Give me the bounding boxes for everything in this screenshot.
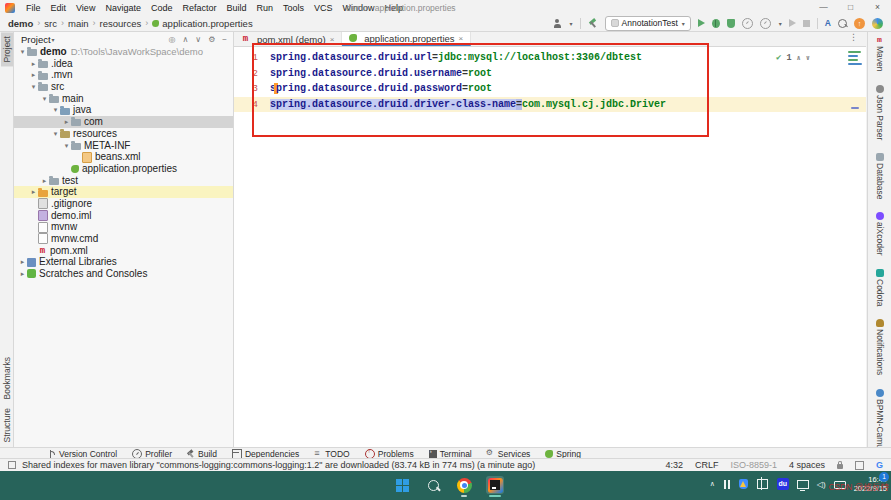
collapse-all-icon[interactable]: ∨: [195, 35, 201, 44]
tree-item-beans.xml[interactable]: beans.xml: [14, 151, 233, 163]
tree-chevron-icon[interactable]: ▸: [29, 69, 38, 81]
menu-view[interactable]: View: [71, 3, 100, 13]
intellij-taskbar-icon[interactable]: [486, 476, 504, 494]
next-problem-icon[interactable]: ∨: [806, 54, 810, 62]
tool-window-dependencies[interactable]: Dependencies: [232, 449, 299, 459]
gear-icon[interactable]: ⚙: [208, 35, 215, 44]
expand-all-icon[interactable]: ∧: [182, 35, 188, 44]
prev-problem-icon[interactable]: ∧: [797, 54, 801, 62]
tree-chevron-icon[interactable]: ▸: [18, 268, 27, 280]
menu-run[interactable]: Run: [251, 3, 278, 13]
tree-chevron-icon[interactable]: ▸: [29, 58, 38, 70]
indent-setting[interactable]: 4 spaces: [789, 460, 825, 470]
tree-item-meta-inf[interactable]: ▾META-INF: [14, 140, 233, 152]
tree-item-.idea[interactable]: ▸.idea: [14, 58, 233, 70]
build-hammer-icon[interactable]: [588, 18, 598, 28]
menu-build[interactable]: Build: [221, 3, 251, 13]
maximize-button[interactable]: □: [837, 0, 864, 15]
tree-item-mvnw[interactable]: mvnw: [14, 221, 233, 233]
status-event-icon[interactable]: [8, 461, 16, 469]
layout-icon[interactable]: [855, 461, 864, 470]
run-with-button[interactable]: [760, 18, 771, 29]
tree-chevron-icon[interactable]: ▾: [62, 140, 71, 152]
tree-item-.gitignore[interactable]: .gitignore: [14, 198, 233, 210]
tree-chevron-icon[interactable]: ▸: [29, 186, 38, 198]
code-line-1[interactable]: 1spring.datasource.druid.url=jdbc:mysql:…: [234, 50, 866, 66]
tab-options-icon[interactable]: ⋮: [841, 32, 866, 46]
tree-item-external-libraries[interactable]: ▸External Libraries: [14, 256, 233, 268]
file-encoding[interactable]: ISO-8859-1: [730, 460, 777, 470]
plugin-ball-icon[interactable]: [872, 18, 883, 29]
hide-panel-icon[interactable]: −: [222, 35, 227, 44]
tab-close-icon[interactable]: ×: [459, 34, 464, 43]
status-message[interactable]: Shared indexes for maven library "common…: [22, 460, 535, 470]
tree-item-demo[interactable]: ▾demoD:\Tools\JavaWorkSpace\demo: [14, 46, 233, 58]
tab-close-icon[interactable]: ×: [330, 35, 335, 44]
tree-item-application.properties[interactable]: application.properties: [14, 163, 233, 175]
user-icon[interactable]: [553, 19, 562, 28]
tree-item-target[interactable]: ▸target: [14, 186, 233, 198]
caret-position[interactable]: 4:32: [665, 460, 683, 470]
coverage-button[interactable]: [727, 19, 735, 28]
tray-app-icon[interactable]: [723, 480, 731, 489]
breadcrumb-item-src[interactable]: src: [44, 18, 57, 29]
start-button[interactable]: [393, 476, 411, 494]
breadcrumb-item-demo[interactable]: demo: [8, 18, 33, 29]
menu-file[interactable]: File: [21, 3, 46, 13]
tree-chevron-icon[interactable]: ▾: [29, 81, 38, 93]
tool-tab-project[interactable]: Project: [1, 32, 13, 66]
tool-window-profiler[interactable]: Profiler: [132, 449, 172, 459]
tool-tab-json-parser[interactable]: Json Parser: [875, 85, 885, 140]
editor-tab-application.properties[interactable]: application.properties×: [342, 32, 471, 46]
tree-item-mvnw.cmd[interactable]: mvnw.cmd: [14, 233, 233, 245]
tree-item-demo.iml[interactable]: demo.iml: [14, 210, 233, 222]
menu-code[interactable]: Code: [146, 3, 178, 13]
translate-icon[interactable]: A: [825, 18, 831, 28]
run-configuration-select[interactable]: AnnotationTest ▾: [605, 16, 691, 31]
speaker-icon[interactable]: ◁): [817, 480, 826, 489]
breadcrumb-item-main[interactable]: main: [68, 18, 89, 29]
menu-refactor[interactable]: Refactor: [177, 3, 221, 13]
tool-window-spring[interactable]: Spring: [545, 449, 581, 459]
tool-window-build[interactable]: Build: [187, 449, 217, 459]
tree-item-scratches-and-consoles[interactable]: ▸Scratches and Consoles: [14, 268, 233, 280]
tool-tab-bookmarks[interactable]: Bookmarks: [1, 353, 13, 404]
tool-tab-maven[interactable]: mMaven: [875, 36, 885, 72]
tree-chevron-icon[interactable]: ▸: [40, 175, 49, 187]
tool-tab-notifications[interactable]: Notifications: [875, 319, 885, 375]
tool-window-problems[interactable]: Problems: [365, 449, 414, 459]
menu-vcs[interactable]: VCS: [309, 3, 338, 13]
breadcrumb-item-application.properties[interactable]: application.properties: [162, 18, 252, 29]
tool-tab-database[interactable]: Database: [875, 153, 885, 199]
tree-chevron-icon[interactable]: ▸: [18, 256, 27, 268]
profiler-button[interactable]: [742, 18, 753, 29]
code-line-3[interactable]: 3spring.datasource.druid.password=root: [234, 81, 866, 97]
tree-item-src[interactable]: ▾src: [14, 81, 233, 93]
tool-tab-aixcoder[interactable]: aiXcoder: [875, 212, 885, 256]
tree-chevron-icon[interactable]: ▾: [18, 46, 27, 58]
menu-edit[interactable]: Edit: [46, 3, 72, 13]
search-everywhere-icon[interactable]: [838, 19, 847, 28]
tree-item-pom.xml[interactable]: mpom.xml: [14, 245, 233, 257]
tree-item-test[interactable]: ▸test: [14, 175, 233, 187]
line-separator[interactable]: CRLF: [695, 460, 719, 470]
baidu-icon[interactable]: du: [777, 478, 789, 490]
minimize-button[interactable]: —: [810, 0, 837, 15]
project-panel-title[interactable]: Project: [21, 34, 51, 45]
tree-item-resources[interactable]: ▾resources: [14, 128, 233, 140]
update-notification-icon[interactable]: ↑: [854, 18, 865, 29]
locate-icon[interactable]: ◎: [168, 35, 175, 44]
taskbar-search-button[interactable]: [424, 476, 442, 494]
tool-tab-codota[interactable]: Codota: [875, 269, 885, 306]
tree-item-java[interactable]: ▾java: [14, 104, 233, 116]
tool-window-terminal[interactable]: Terminal: [429, 449, 472, 459]
close-button[interactable]: ×: [864, 0, 891, 15]
tree-item-main[interactable]: ▾main: [14, 93, 233, 105]
security-shield-icon[interactable]: [739, 479, 748, 489]
tool-window-version-control[interactable]: Version Control: [48, 449, 117, 459]
editor-tab-pom.xml--demo-[interactable]: mpom.xml (demo)×: [234, 32, 342, 46]
inspections-widget[interactable]: ✔ 1 ∧ ∨: [776, 52, 810, 63]
code-line-2[interactable]: 2spring.datasource.druid.username=root: [234, 66, 866, 82]
code-line-4[interactable]: 4spring.datasource.druid.driver-class-na…: [234, 97, 866, 113]
tool-window-services[interactable]: Services: [487, 449, 531, 459]
